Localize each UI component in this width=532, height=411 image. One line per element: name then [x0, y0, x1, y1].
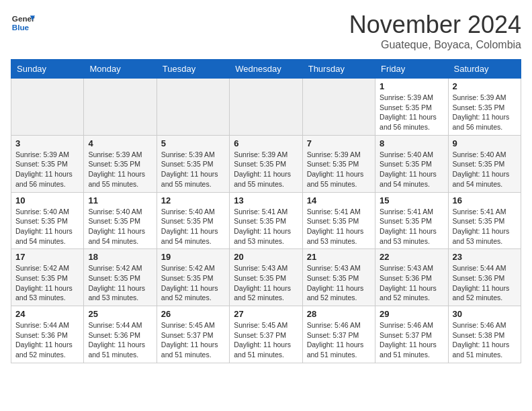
calendar-cell: 14Sunrise: 5:41 AMSunset: 5:35 PMDayligh…: [302, 192, 375, 249]
calendar-cell: 10Sunrise: 5:40 AMSunset: 5:35 PMDayligh…: [11, 192, 84, 249]
calendar-cell: 23Sunrise: 5:44 AMSunset: 5:36 PMDayligh…: [448, 249, 521, 306]
calendar-cell: 12Sunrise: 5:40 AMSunset: 5:35 PMDayligh…: [157, 192, 229, 249]
day-number: 4: [88, 138, 152, 148]
day-number: 21: [307, 252, 371, 262]
day-number: 30: [453, 309, 517, 319]
calendar-cell: [157, 79, 229, 136]
day-info: Sunrise: 5:46 AMSunset: 5:37 PMDaylight:…: [380, 320, 443, 360]
calendar-cell: 7Sunrise: 5:39 AMSunset: 5:35 PMDaylight…: [302, 135, 375, 192]
calendar-cell: 20Sunrise: 5:43 AMSunset: 5:35 PMDayligh…: [230, 249, 302, 306]
day-info: Sunrise: 5:39 AMSunset: 5:35 PMDaylight:…: [161, 150, 225, 189]
weekday-header-tuesday: Tuesday: [157, 60, 229, 79]
calendar-cell: [11, 79, 84, 136]
calendar-cell: 2Sunrise: 5:39 AMSunset: 5:35 PMDaylight…: [448, 79, 521, 136]
day-info: Sunrise: 5:44 AMSunset: 5:36 PMDaylight:…: [88, 320, 152, 360]
calendar-table: SundayMondayTuesdayWednesdayThursdayFrid…: [11, 59, 521, 363]
day-number: 28: [307, 309, 371, 319]
day-info: Sunrise: 5:39 AMSunset: 5:35 PMDaylight:…: [15, 150, 79, 189]
calendar-cell: 6Sunrise: 5:39 AMSunset: 5:35 PMDaylight…: [230, 135, 302, 192]
day-number: 24: [15, 309, 79, 319]
day-info: Sunrise: 5:41 AMSunset: 5:35 PMDaylight:…: [234, 207, 298, 246]
day-number: 22: [380, 252, 443, 262]
day-number: 25: [88, 309, 152, 319]
calendar-cell: 25Sunrise: 5:44 AMSunset: 5:36 PMDayligh…: [84, 306, 157, 363]
page-header: General Blue November 2024 Guateque, Boy…: [11, 11, 521, 51]
calendar-cell: 18Sunrise: 5:42 AMSunset: 5:35 PMDayligh…: [84, 249, 157, 306]
calendar-cell: 5Sunrise: 5:39 AMSunset: 5:35 PMDaylight…: [157, 135, 229, 192]
day-info: Sunrise: 5:39 AMSunset: 5:35 PMDaylight:…: [453, 93, 517, 132]
day-info: Sunrise: 5:39 AMSunset: 5:35 PMDaylight:…: [234, 150, 298, 189]
calendar-cell: 15Sunrise: 5:41 AMSunset: 5:35 PMDayligh…: [375, 192, 448, 249]
day-number: 27: [234, 309, 298, 319]
calendar-week-row: 24Sunrise: 5:44 AMSunset: 5:36 PMDayligh…: [11, 306, 521, 363]
day-info: Sunrise: 5:39 AMSunset: 5:35 PMDaylight:…: [380, 93, 443, 132]
weekday-header-monday: Monday: [84, 60, 157, 79]
day-number: 19: [161, 252, 225, 262]
calendar-cell: 16Sunrise: 5:41 AMSunset: 5:35 PMDayligh…: [448, 192, 521, 249]
weekday-header-friday: Friday: [375, 60, 448, 79]
calendar-cell: 9Sunrise: 5:40 AMSunset: 5:35 PMDaylight…: [448, 135, 521, 192]
day-info: Sunrise: 5:43 AMSunset: 5:36 PMDaylight:…: [380, 263, 443, 303]
location-title: Guateque, Boyaca, Colombia: [349, 39, 521, 51]
calendar-week-row: 17Sunrise: 5:42 AMSunset: 5:35 PMDayligh…: [11, 249, 521, 306]
day-number: 2: [453, 81, 517, 91]
day-info: Sunrise: 5:39 AMSunset: 5:35 PMDaylight:…: [307, 150, 371, 189]
day-number: 16: [453, 195, 517, 205]
svg-text:General: General: [12, 14, 35, 23]
calendar-cell: 28Sunrise: 5:46 AMSunset: 5:37 PMDayligh…: [302, 306, 375, 363]
day-number: 13: [234, 195, 298, 205]
day-number: 1: [380, 81, 443, 91]
calendar-cell: 13Sunrise: 5:41 AMSunset: 5:35 PMDayligh…: [230, 192, 302, 249]
day-info: Sunrise: 5:42 AMSunset: 5:35 PMDaylight:…: [15, 263, 79, 303]
calendar-cell: 29Sunrise: 5:46 AMSunset: 5:37 PMDayligh…: [375, 306, 448, 363]
svg-text:Blue: Blue: [12, 23, 30, 32]
calendar-cell: 27Sunrise: 5:45 AMSunset: 5:37 PMDayligh…: [230, 306, 302, 363]
day-info: Sunrise: 5:46 AMSunset: 5:37 PMDaylight:…: [307, 320, 371, 360]
day-number: 3: [15, 138, 79, 148]
day-info: Sunrise: 5:43 AMSunset: 5:35 PMDaylight:…: [307, 263, 371, 303]
day-info: Sunrise: 5:45 AMSunset: 5:37 PMDaylight:…: [234, 320, 298, 360]
day-info: Sunrise: 5:45 AMSunset: 5:37 PMDaylight:…: [161, 320, 225, 360]
day-number: 15: [380, 195, 443, 205]
day-number: 20: [234, 252, 298, 262]
day-info: Sunrise: 5:42 AMSunset: 5:35 PMDaylight:…: [161, 263, 225, 303]
day-info: Sunrise: 5:39 AMSunset: 5:35 PMDaylight:…: [88, 150, 152, 189]
day-number: 5: [161, 138, 225, 148]
calendar-cell: 17Sunrise: 5:42 AMSunset: 5:35 PMDayligh…: [11, 249, 84, 306]
weekday-header-saturday: Saturday: [448, 60, 521, 79]
calendar-week-row: 3Sunrise: 5:39 AMSunset: 5:35 PMDaylight…: [11, 135, 521, 192]
calendar-header-row: SundayMondayTuesdayWednesdayThursdayFrid…: [11, 60, 521, 79]
calendar-cell: [302, 79, 375, 136]
day-number: 18: [88, 252, 152, 262]
calendar-cell: [84, 79, 157, 136]
day-info: Sunrise: 5:40 AMSunset: 5:35 PMDaylight:…: [88, 207, 152, 246]
logo: General Blue: [11, 11, 35, 35]
day-info: Sunrise: 5:40 AMSunset: 5:35 PMDaylight:…: [380, 150, 443, 189]
calendar-week-row: 1Sunrise: 5:39 AMSunset: 5:35 PMDaylight…: [11, 79, 521, 136]
logo-icon: General Blue: [11, 11, 35, 35]
month-title: November 2024: [349, 11, 521, 39]
calendar-cell: 24Sunrise: 5:44 AMSunset: 5:36 PMDayligh…: [11, 306, 84, 363]
day-number: 10: [15, 195, 79, 205]
calendar-cell: 1Sunrise: 5:39 AMSunset: 5:35 PMDaylight…: [375, 79, 448, 136]
day-info: Sunrise: 5:43 AMSunset: 5:35 PMDaylight:…: [234, 263, 298, 303]
day-info: Sunrise: 5:42 AMSunset: 5:35 PMDaylight:…: [88, 263, 152, 303]
calendar-cell: 8Sunrise: 5:40 AMSunset: 5:35 PMDaylight…: [375, 135, 448, 192]
calendar-cell: 4Sunrise: 5:39 AMSunset: 5:35 PMDaylight…: [84, 135, 157, 192]
day-info: Sunrise: 5:41 AMSunset: 5:35 PMDaylight:…: [307, 207, 371, 246]
day-number: 14: [307, 195, 371, 205]
day-info: Sunrise: 5:40 AMSunset: 5:35 PMDaylight:…: [15, 207, 79, 246]
weekday-header-thursday: Thursday: [302, 60, 375, 79]
calendar-cell: 21Sunrise: 5:43 AMSunset: 5:35 PMDayligh…: [302, 249, 375, 306]
day-number: 8: [380, 138, 443, 148]
day-info: Sunrise: 5:40 AMSunset: 5:35 PMDaylight:…: [453, 150, 517, 189]
calendar-cell: 3Sunrise: 5:39 AMSunset: 5:35 PMDaylight…: [11, 135, 84, 192]
day-info: Sunrise: 5:41 AMSunset: 5:35 PMDaylight:…: [453, 207, 517, 246]
weekday-header-sunday: Sunday: [11, 60, 84, 79]
calendar-cell: [230, 79, 302, 136]
day-number: 17: [15, 252, 79, 262]
day-number: 6: [234, 138, 298, 148]
day-number: 12: [161, 195, 225, 205]
title-block: November 2024 Guateque, Boyaca, Colombia: [349, 11, 521, 51]
day-info: Sunrise: 5:44 AMSunset: 5:36 PMDaylight:…: [453, 263, 517, 303]
